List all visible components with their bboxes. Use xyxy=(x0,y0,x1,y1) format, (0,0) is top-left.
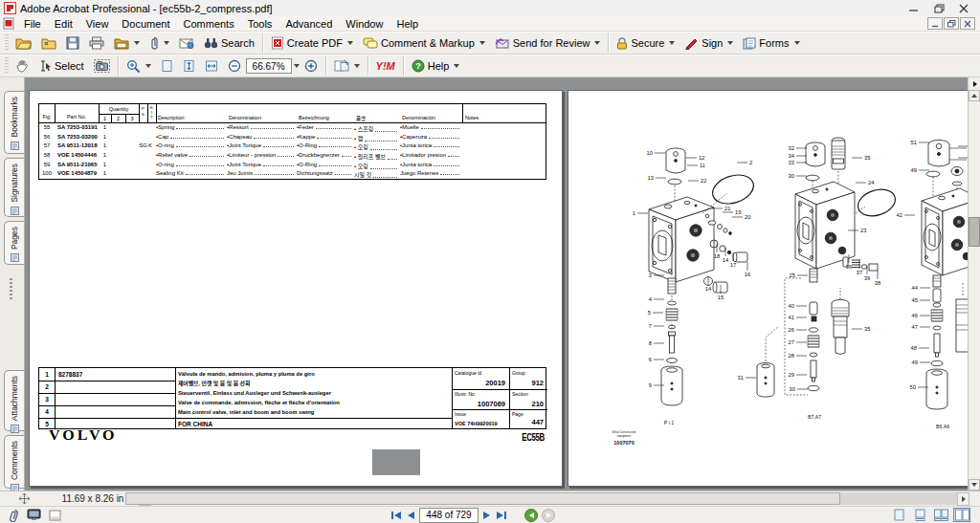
scroll-down-button[interactable] xyxy=(969,479,980,490)
callout-number: 15 xyxy=(718,294,724,300)
previous-page-button[interactable] xyxy=(406,511,415,520)
menu-help[interactable]: Help xyxy=(390,17,425,31)
menu-edit[interactable]: Edit xyxy=(48,17,79,31)
next-view-button[interactable] xyxy=(542,509,555,522)
scroll-right-button[interactable] xyxy=(957,492,969,506)
print-button[interactable] xyxy=(84,33,109,53)
last-page-button[interactable] xyxy=(496,511,507,520)
cell-text: •Joint Torique xyxy=(227,142,261,148)
page-number-input[interactable] xyxy=(419,508,479,523)
menu-window[interactable]: Window xyxy=(339,17,390,31)
attachments-status-icon[interactable] xyxy=(8,509,19,522)
dropdown-arrow-icon xyxy=(727,41,733,45)
lock-icon xyxy=(616,37,628,50)
previous-view-button[interactable] xyxy=(524,509,538,522)
zoom-in-button[interactable] xyxy=(300,56,323,76)
cell-text: •Muelle xyxy=(400,124,419,130)
help-button[interactable]: ?Help xyxy=(407,56,465,76)
sidebar-tab-comments[interactable]: Comments xyxy=(4,435,24,489)
next-page-button[interactable] xyxy=(482,511,492,520)
zoom-level-input[interactable] xyxy=(246,58,292,74)
send-for-review-button[interactable]: Send for Review xyxy=(490,34,606,52)
restore-button[interactable] xyxy=(926,1,951,15)
sidebar-tab-bookmarks[interactable]: Bookmarks xyxy=(4,91,24,154)
sidebar-tab-signatures[interactable]: Signatures xyxy=(4,158,24,217)
horizontal-scroll-thumb[interactable] xyxy=(125,492,840,505)
sign-button[interactable]: Sign xyxy=(679,34,738,53)
monitor-icon[interactable] xyxy=(27,509,41,521)
continuous-facing-view-button[interactable] xyxy=(932,508,949,522)
attach-button[interactable] xyxy=(145,33,174,53)
comment-markup-button[interactable]: Comment & Markup xyxy=(358,34,490,53)
yahoo-toolbar-button[interactable]: Y!M xyxy=(371,57,400,75)
cell-part: SA 9511-12018 xyxy=(57,142,101,148)
doc-close-button[interactable] xyxy=(960,17,975,30)
hide-panel-arrow-icon[interactable] xyxy=(970,79,979,88)
secure-button[interactable]: Secure xyxy=(612,34,679,53)
create-pdf-button[interactable]: Create PDF xyxy=(266,33,358,53)
document-canvas[interactable]: Fig. Part No. Quantity 1 2 3 P S K I T D… xyxy=(25,77,968,490)
header-notes: Notes xyxy=(465,115,479,120)
horizontal-scroll-track[interactable] xyxy=(840,492,957,505)
cell-fig: 56 xyxy=(39,134,55,140)
doc-minimize-button[interactable] xyxy=(927,17,943,30)
first-page-button[interactable] xyxy=(390,511,402,520)
send-for-review-label: Send for Review xyxy=(513,37,590,49)
close-button[interactable] xyxy=(951,1,976,15)
separator xyxy=(608,33,609,53)
scroll-up-button[interactable] xyxy=(969,90,980,101)
callout-number: 49 xyxy=(912,360,918,365)
menu-tools[interactable]: Tools xyxy=(241,17,279,31)
pan-resize-icon[interactable] xyxy=(19,493,30,504)
cell-text: •Spring xyxy=(156,124,174,130)
page-display-button[interactable] xyxy=(329,56,365,76)
email-button[interactable] xyxy=(174,34,199,52)
continuous-view-button[interactable] xyxy=(911,508,928,522)
open-button[interactable] xyxy=(11,33,36,53)
cell-text: • 오링 xyxy=(354,162,368,170)
open-recent-button[interactable] xyxy=(36,34,61,53)
organizer-button[interactable] xyxy=(109,34,145,53)
panel-splitter-handle[interactable] xyxy=(10,278,12,299)
actual-size-button[interactable] xyxy=(156,56,178,76)
fit-page-button[interactable] xyxy=(178,56,200,76)
cell-q1: 1 xyxy=(99,170,111,176)
search-button[interactable]: Search xyxy=(199,34,259,52)
doc-restore-button[interactable] xyxy=(944,17,959,30)
sidebar-tab-attachments[interactable]: Attachments xyxy=(4,370,24,431)
menu-comments[interactable]: Comments xyxy=(177,17,241,31)
callout-number: 34 xyxy=(789,153,795,159)
toolbar-grip[interactable] xyxy=(5,34,9,52)
menu-document[interactable]: Document xyxy=(115,17,176,31)
page-layout-status-icon[interactable] xyxy=(49,510,61,521)
sidebar-tab-pages[interactable]: Pages xyxy=(4,221,24,265)
help-icon: ? xyxy=(412,59,425,73)
hand-tool-button[interactable] xyxy=(11,56,33,76)
assembly-title-line: Steuerventil, Einlass und Ausleger und S… xyxy=(178,389,450,399)
zoom-in-icon xyxy=(304,59,318,73)
forms-button[interactable]: Forms xyxy=(738,34,804,53)
fit-width-button[interactable] xyxy=(200,56,223,76)
zoom-out-button[interactable] xyxy=(223,56,246,76)
callout-number: 46 xyxy=(912,313,918,318)
cell-es: •Junta torica xyxy=(400,162,460,167)
menu-view[interactable]: View xyxy=(79,17,116,31)
snapshot-button[interactable] xyxy=(89,56,115,76)
menu-advanced[interactable]: Advanced xyxy=(278,17,339,31)
toolbar-grip[interactable] xyxy=(5,57,9,75)
page-label: Page xyxy=(512,411,523,417)
minimize-button[interactable] xyxy=(902,1,926,15)
zoom-dropdown-arrow-icon[interactable] xyxy=(294,64,300,68)
zoom-in-tool-button[interactable] xyxy=(122,56,156,76)
search-label: Search xyxy=(221,37,255,49)
select-tool-button[interactable]: Select xyxy=(33,56,89,76)
save-button[interactable] xyxy=(61,33,84,53)
vertical-scroll-thumb[interactable] xyxy=(969,217,980,247)
cell-part: SA 7253-03200 xyxy=(57,134,101,140)
cell-text: • 스프링 xyxy=(354,124,373,133)
menu-file[interactable]: File xyxy=(17,17,48,31)
parts-table-row: 56SA 7253-032001•Cap•Chapeau•Kappe• 캡•Ca… xyxy=(39,133,546,142)
vertical-scrollbar[interactable] xyxy=(968,77,980,490)
facing-view-button[interactable] xyxy=(953,508,970,522)
single-page-view-button[interactable] xyxy=(890,508,907,522)
